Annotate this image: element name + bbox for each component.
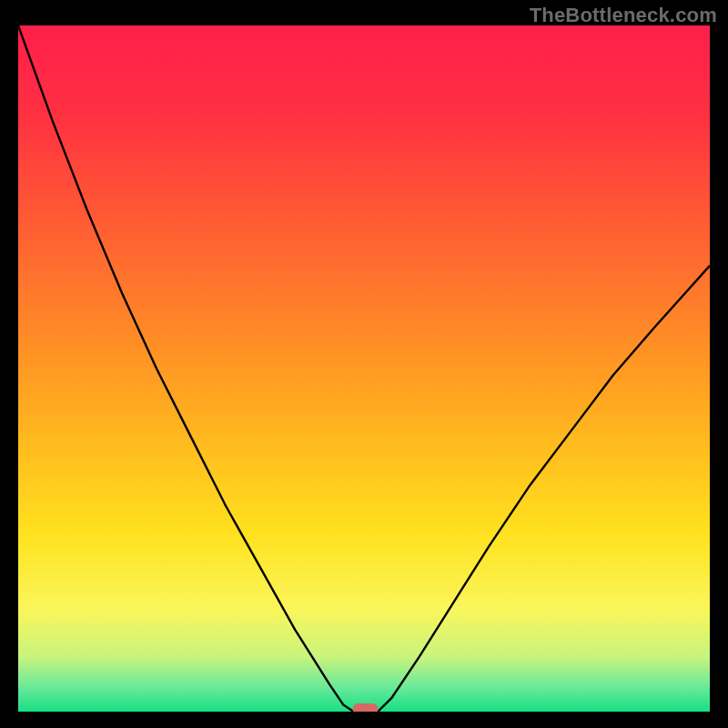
plot-area — [18, 25, 710, 712]
bottleneck-chart — [18, 25, 710, 712]
chart-frame: TheBottleneck.com — [0, 0, 728, 728]
gradient-background — [18, 25, 710, 712]
minimum-marker — [353, 703, 379, 712]
watermark-text: TheBottleneck.com — [530, 4, 717, 27]
